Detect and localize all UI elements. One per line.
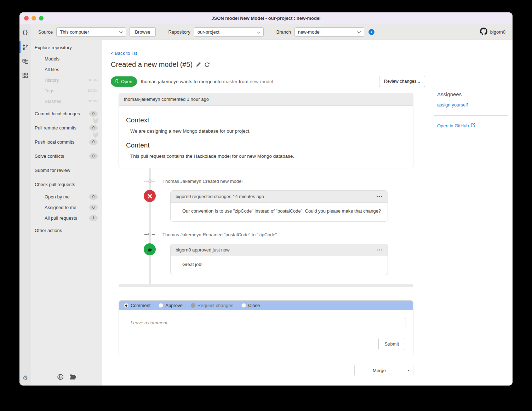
refresh-icon[interactable] xyxy=(204,62,210,68)
browse-button[interactable]: Browse xyxy=(130,27,155,37)
radio-request-changes: Request changes xyxy=(191,303,233,308)
github-username[interactable]: bigorn0 xyxy=(490,29,505,35)
edit-title-icon[interactable] xyxy=(196,62,201,67)
source-branch: new-model xyxy=(250,79,273,84)
rail-item-repository[interactable] xyxy=(19,40,31,54)
rail-item-grid[interactable] xyxy=(19,68,31,82)
review-action-bar: Comment Approve Request changes xyxy=(119,301,413,310)
sidebar-item-open-by-me[interactable]: Open by me0 xyxy=(31,191,102,202)
comment-form: Comment Approve Request changes xyxy=(119,300,413,356)
sidebar-item-tags: TagsSOON xyxy=(31,85,102,96)
dropdown-arrow-icon: ▼ xyxy=(407,369,410,372)
comment-body: Great job! xyxy=(171,256,388,275)
review-comment: bigorn0 approved just now ••• Great job! xyxy=(170,244,413,275)
repository-select[interactable]: our-project xyxy=(194,27,264,37)
commit-icon xyxy=(144,232,155,238)
comment-input[interactable] xyxy=(127,318,406,327)
toolbar: Source This computer Browse Repository o… xyxy=(31,24,513,40)
merge-button[interactable]: Merge xyxy=(355,365,404,376)
count-badge: 0 xyxy=(89,111,98,117)
sidebar-item-other-actions[interactable]: Other actions xyxy=(31,223,102,237)
sidebar-item-stashes: StashesSOON xyxy=(31,96,102,106)
sidebar-item-submit-for-review[interactable]: Submit for review xyxy=(31,163,102,177)
timeline-event: Thomas Jakemeyn Renamed "postalCode" to … xyxy=(119,227,413,242)
sidebar-item-history: HistorySOON xyxy=(31,75,102,85)
pr-status-badge: Open xyxy=(111,76,137,87)
timeline-end-divider xyxy=(119,284,413,287)
thumbs-up-icon xyxy=(144,243,156,255)
info-icon[interactable]: i xyxy=(368,29,374,35)
comment-header: bigorn0 approved just now xyxy=(176,247,230,253)
request-changes-icon xyxy=(144,190,156,202)
comment-header: bigorn0 requested changes 14 minutes ago xyxy=(176,194,264,199)
git-branch-icon xyxy=(22,44,28,50)
pr-description-header: thomas-jakemeyn commented 1 hour ago xyxy=(119,93,413,106)
sidebar-item-solve-conflicts[interactable]: Solve conflicts0 xyxy=(31,149,102,163)
sidebar-item-models[interactable]: Models xyxy=(31,53,102,64)
count-badge: 0 xyxy=(89,153,98,159)
radio-approve[interactable]: Approve xyxy=(159,303,182,308)
comment-menu-button[interactable]: ••• xyxy=(377,248,383,252)
comment-body: Our convention is to use "zipCode" inste… xyxy=(171,203,388,221)
pull-request-icon xyxy=(114,79,119,85)
assignees-title: Assignees xyxy=(437,91,508,97)
main-panel: < Back to list Created a new model (#5) xyxy=(102,40,513,386)
sidebar-item-push-local-commits[interactable]: Push local commits0 xyxy=(31,135,102,149)
settings-button[interactable]: ⚙ xyxy=(19,370,31,386)
sidebar-item-all-files[interactable]: All files xyxy=(31,64,102,75)
pr-description-card: thomas-jakemeyn commented 1 hour ago Con… xyxy=(119,93,413,168)
soon-badge: SOON xyxy=(87,99,98,103)
section-heading: Context xyxy=(126,116,406,124)
pr-meta-panel: Assignees assign yourself Open in GitHub xyxy=(434,85,508,128)
radio-close-input[interactable] xyxy=(241,303,246,308)
merge-split-button: Merge ▼ xyxy=(354,365,413,376)
count-badge: 0 xyxy=(89,139,98,145)
window-title: JSON model New Model - our-project : new… xyxy=(211,16,320,21)
comment-menu-button[interactable]: ••• xyxy=(377,195,383,198)
globe-icon[interactable] xyxy=(57,374,64,381)
radio-comment-input[interactable] xyxy=(124,303,128,308)
back-to-list-link[interactable]: < Back to list xyxy=(111,51,137,56)
sidebar: Explore repository Models All files Hist… xyxy=(31,40,102,386)
zoom-window-button[interactable] xyxy=(39,16,44,21)
review-comment: bigorn0 requested changes 14 minutes ago… xyxy=(170,190,413,222)
branch-select[interactable]: new-model xyxy=(294,27,364,37)
app-window: JSON model New Model - our-project : new… xyxy=(19,12,513,386)
folder-icon[interactable] xyxy=(69,374,76,381)
count-badge: 0 xyxy=(89,194,98,200)
merge-options-button[interactable]: ▼ xyxy=(404,365,413,376)
sidebar-item-all-pull-requests[interactable]: All pull requests1 xyxy=(31,213,102,223)
pr-timeline: Thomas Jakemeyn Created new model bigorn… xyxy=(119,168,413,275)
review-changes-button[interactable]: Review changes... xyxy=(379,76,425,87)
grid-icon xyxy=(22,73,28,78)
minimize-window-button[interactable] xyxy=(32,16,36,21)
radio-comment[interactable]: Comment xyxy=(124,303,150,308)
sidebar-item-check-pull-requests[interactable]: Check pull requests xyxy=(31,177,102,191)
icon-rail: { } ⚙ xyxy=(19,24,31,386)
soon-badge: SOON xyxy=(87,78,98,82)
rail-item-compare[interactable] xyxy=(19,54,31,68)
section-heading: Content xyxy=(126,141,406,149)
sidebar-item-pull-remote-commits[interactable]: Pull remote commits0 xyxy=(31,121,102,135)
sidebar-item-commit-local-changes[interactable]: Commit local changes0 xyxy=(31,106,102,121)
radio-request-changes-input xyxy=(191,303,195,308)
radio-close[interactable]: Close xyxy=(241,303,260,308)
braces-icon[interactable]: { } xyxy=(19,24,31,40)
section-text: We are designing a new Mongo database fo… xyxy=(126,128,406,134)
sidebar-item-assigned-to-me[interactable]: Assigned to me0 xyxy=(31,202,102,213)
sidebar-item-explore-repository[interactable]: Explore repository xyxy=(31,41,102,53)
count-badge: 1 xyxy=(89,215,98,221)
branch-label: Branch xyxy=(276,29,291,35)
open-in-github-link[interactable]: Open in GitHub xyxy=(437,123,475,128)
submit-button[interactable]: Submit xyxy=(378,338,405,350)
gear-icon: ⚙ xyxy=(22,374,28,382)
source-select[interactable]: This computer xyxy=(56,27,126,37)
count-badge: 0 xyxy=(89,204,98,210)
page-title: Created a new model (#5) xyxy=(111,60,193,69)
assign-yourself-link[interactable]: assign yourself xyxy=(437,102,468,108)
titlebar: JSON model New Model - our-project : new… xyxy=(19,12,513,24)
pr-status-text: thomas-jakemeyn wants to merge into mast… xyxy=(141,79,273,84)
close-window-button[interactable] xyxy=(24,16,29,21)
radio-approve-input[interactable] xyxy=(159,303,163,308)
github-logo-icon xyxy=(480,28,487,36)
